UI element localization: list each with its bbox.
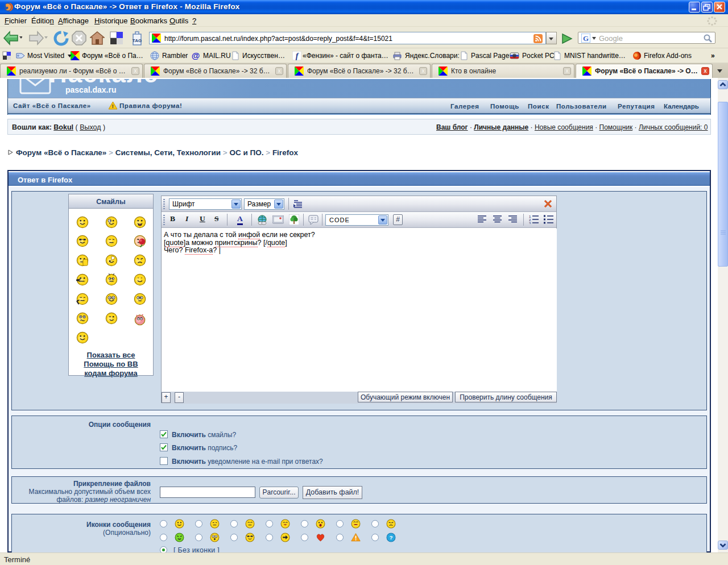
svg-text:@: @	[192, 51, 200, 60]
svg-text:!: !	[112, 103, 114, 109]
svg-text:G: G	[583, 34, 589, 43]
svg-text:TAG: TAG	[133, 38, 142, 43]
svg-text:?: ?	[389, 534, 392, 541]
svg-text:3: 3	[529, 222, 531, 224]
